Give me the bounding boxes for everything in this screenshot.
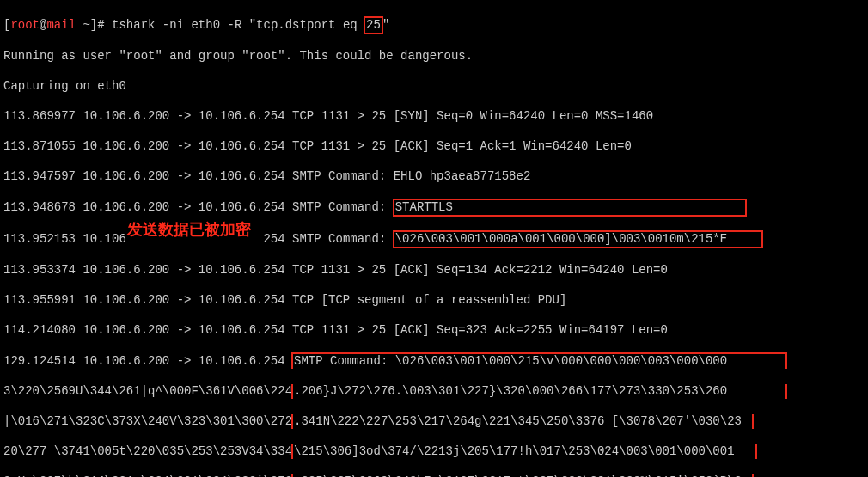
- command-suffix: ": [382, 18, 389, 32]
- highlight-block-bottom: .335\335\206Q\340k7s\210T\031Tgt\027\003…: [291, 474, 754, 478]
- packet-text: 129.124514 10.106.6.200 -> 10.106.6.254: [3, 354, 292, 368]
- packet-text: |\016\271\323C\373X\240V\323\301\300\272: [3, 414, 292, 428]
- capture-line: Capturing on eth0: [3, 79, 865, 95]
- terminal-output: [root@mail ~]# tshark -ni eth0 -R "tcp.d…: [0, 0, 868, 477]
- packet-text: 3 Xv\207\b\314\201p\324\021\224\203i\273: [3, 474, 292, 478]
- packet-line: 113.948678 10.106.6.200 -> 10.106.6.254 …: [3, 199, 865, 217]
- packet-line: 113.869977 10.106.6.200 -> 10.106.6.254 …: [3, 109, 865, 125]
- warning-line: Running as user "root" and group "root".…: [3, 49, 865, 64]
- packet-line: 113.947597 10.106.6.200 -> 10.106.6.254 …: [3, 169, 865, 185]
- annotation-encrypted: 发送数据已被加密: [127, 223, 251, 238]
- packet-text: 3\220\2569U\344\261|q^\000F\361V\006\224: [3, 384, 292, 398]
- highlight-encrypted-data: \026\003\001\000a\001\000\000]\003\0010m…: [393, 230, 763, 249]
- prompt-path: ~: [76, 18, 90, 32]
- packet-line: 114.214080 10.106.6.200 -> 10.106.6.254 …: [3, 323, 865, 339]
- highlight-block-mid: .206}J\272\276.\003\301\227}\320\000\266…: [291, 384, 787, 400]
- packet-line: 129.124514 10.106.6.200 -> 10.106.6.254 …: [3, 353, 865, 370]
- packet-line: 3\220\2569U\344\261|q^\000F\361V\006\224…: [3, 384, 865, 400]
- prompt-close: ]#: [90, 18, 105, 32]
- prompt-host: mail: [46, 18, 76, 32]
- packet-text: 254 SMTP Command:: [263, 232, 393, 246]
- packet-text: 113.948678 10.106.6.200 -> 10.106.6.254 …: [3, 200, 394, 214]
- packet-line: 113.953374 10.106.6.200 -> 10.106.6.254 …: [3, 263, 865, 278]
- command-text: tshark -ni eth0 -R "tcp.dstport eq: [105, 18, 364, 32]
- highlight-starttls: STARTTLS: [393, 199, 747, 217]
- packet-line: 3 Xv\207\b\314\201p\324\021\224\203i\273…: [3, 474, 865, 478]
- highlight-block-mid: \215\306]3od\374/\2213j\205\177!h\017\25…: [291, 444, 756, 460]
- packet-line: 113.955991 10.106.6.200 -> 10.106.6.254 …: [3, 293, 865, 309]
- prompt-line[interactable]: [root@mail ~]# tshark -ni eth0 -R "tcp.d…: [3, 17, 865, 34]
- packet-line: 20\277 \3741\005t\220\035\253\253V34\334…: [3, 444, 865, 460]
- packet-text: 20\277 \3741\005t\220\035\253\253V34\334: [3, 444, 292, 458]
- packet-line: |\016\271\323C\373X\240V\323\301\300\272…: [3, 414, 865, 430]
- highlight-block-top: SMTP Command: \026\003\001\000\215\v\000…: [291, 352, 787, 370]
- highlight-block-mid: .341N\222\227\253\217\264g\221\345\250\3…: [291, 414, 754, 430]
- packet-text: 113.952153 10.106: [3, 232, 126, 246]
- prompt-user: root: [10, 18, 40, 32]
- highlight-port: 25: [364, 16, 383, 35]
- packet-line: 113.952153 10.106发送数据已被加密.6.200 -> 10.10…: [3, 231, 865, 248]
- packet-line: 113.871055 10.106.6.200 -> 10.106.6.254 …: [3, 139, 865, 155]
